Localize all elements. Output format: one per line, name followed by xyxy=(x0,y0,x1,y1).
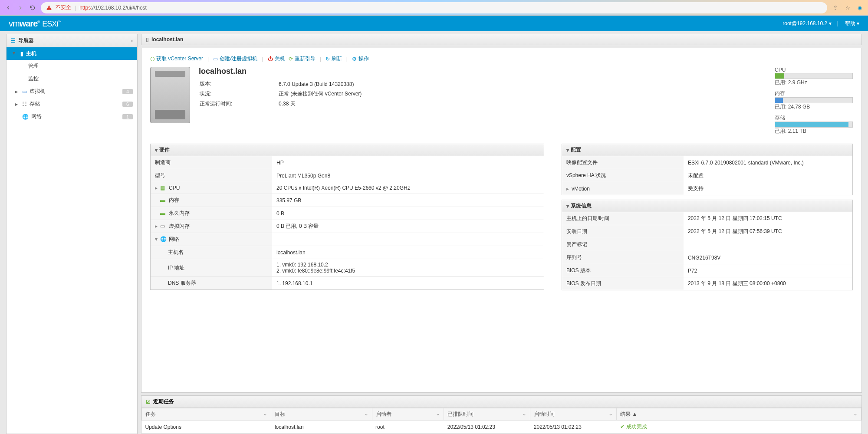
create-vm-icon: ▭ xyxy=(213,56,218,62)
sysinfo-panel: ▾系统信息 主机上的日期/时间2022 年 5 月 12 日 星期四 17:02… xyxy=(562,200,853,290)
insecure-label: 不安全 xyxy=(56,4,71,11)
sidebar-item-monitor[interactable]: 监控 xyxy=(7,72,137,85)
config-panel: ▾配置 映像配置文件ESXi-6.7.0-20190802001-standar… xyxy=(562,144,853,195)
col-target[interactable]: 目标⌄ xyxy=(271,408,372,421)
breadcrumb: ▯ localhost.lan xyxy=(141,34,862,45)
task-row[interactable]: Update Options localhost.lan root 2022/0… xyxy=(142,421,861,434)
action-bar: ⬡获取 vCenter Server | ▭创建/注册虚拟机 | ⏻关机 ⟳重新… xyxy=(150,53,853,67)
col-initiator[interactable]: 启动者⌄ xyxy=(372,408,444,421)
tasks-header-row: 任务⌄ 目标⌄ 启动者⌄ 已排队时间⌄ 启动时间⌄ 结果 ▲⌄ xyxy=(142,408,861,421)
storage-icon: ☷ xyxy=(22,101,27,107)
svg-rect-1 xyxy=(49,9,49,9)
sidebar-item-storage[interactable]: ▸☷存储6 xyxy=(7,98,137,110)
address-bar[interactable]: 不安全 | https://192.168.10.2/ui/#/host xyxy=(41,2,827,13)
refresh-button[interactable]: ↻刷新 xyxy=(326,55,342,62)
host-info: localhost.lan 版本:6.7.0 Update 3 (Build 1… xyxy=(199,67,362,109)
pmem-icon: ▬ xyxy=(160,210,167,216)
svg-rect-0 xyxy=(49,7,49,8)
navigator-icon: ☰ xyxy=(11,38,16,44)
shutdown-icon: ⏻ xyxy=(268,56,273,62)
host-icon: ▯ xyxy=(146,36,149,43)
sidebar-item-vms[interactable]: ▸▭虚拟机4 xyxy=(7,85,137,98)
sidebar: ☰ 导航器 ▫ ▾ ▮主机 管理 监控 ▸▭虚拟机4 ▸☷存储6 🌐网络1 xyxy=(6,34,138,434)
col-started[interactable]: 启动时间⌄ xyxy=(530,408,617,421)
star-icon[interactable]: ☆ xyxy=(844,4,852,12)
host-name: localhost.lan xyxy=(199,67,362,76)
recent-tasks-panel: ☑近期任务 任务⌄ 目标⌄ 启动者⌄ 已排队时间⌄ 启动时间⌄ 结果 ▲⌄ Up… xyxy=(141,395,862,434)
user-menu[interactable]: root@192.168.10.2 ▾ xyxy=(783,20,831,26)
gear-icon: ⚙ xyxy=(352,56,357,62)
cpu-icon: ▦ xyxy=(160,185,167,191)
vm-icon: ▭ xyxy=(22,89,27,95)
vflash-icon: ▭ xyxy=(160,223,167,229)
sidebar-item-network[interactable]: 🌐网络1 xyxy=(7,110,137,123)
create-vm-button[interactable]: ▭创建/注册虚拟机 xyxy=(213,55,257,62)
forward-button[interactable] xyxy=(16,4,24,12)
col-task[interactable]: 任务⌄ xyxy=(142,408,271,421)
sidebar-header: ☰ 导航器 ▫ xyxy=(7,34,137,47)
col-queued[interactable]: 已排队时间⌄ xyxy=(444,408,530,421)
insecure-icon xyxy=(46,4,52,11)
host-icon: ▮ xyxy=(20,51,23,57)
share-icon[interactable]: ⇪ xyxy=(832,4,839,12)
memory-icon: ▬ xyxy=(160,197,167,203)
reload-button[interactable] xyxy=(29,4,36,12)
success-icon: ✔ xyxy=(620,424,625,430)
collapse-icon[interactable]: ▫ xyxy=(131,38,133,44)
reboot-button[interactable]: ⟳重新引导 xyxy=(289,55,316,62)
tasks-icon: ☑ xyxy=(146,399,151,405)
network-icon: 🌐 xyxy=(22,114,29,120)
sidebar-item-host[interactable]: ▮主机 xyxy=(7,47,137,60)
browser-chrome: 不安全 | https://192.168.10.2/ui/#/host ⇪ ☆… xyxy=(0,0,868,16)
resource-stats: CPU 已用: 2.9 GHz 内存 已用: 24.78 GB 存储 已用: 2… xyxy=(775,67,853,135)
shutdown-button[interactable]: ⏻关机 xyxy=(268,55,285,62)
help-menu[interactable]: 帮助 ▾ xyxy=(845,20,859,27)
extension-icon[interactable]: ◉ xyxy=(856,4,864,12)
refresh-icon: ↻ xyxy=(326,56,330,62)
back-button[interactable] xyxy=(4,4,12,12)
reboot-icon: ⟳ xyxy=(289,56,293,62)
col-result[interactable]: 结果 ▲⌄ xyxy=(617,408,861,421)
host-icon xyxy=(150,67,190,123)
network-icon: 🌐 xyxy=(160,236,167,242)
get-vcenter-button[interactable]: ⬡获取 vCenter Server xyxy=(150,55,203,62)
hardware-panel: ▾硬件 制造商HP 型号ProLiant ML350p Gen8 ▸▦CPU20… xyxy=(150,144,544,290)
vcenter-icon: ⬡ xyxy=(150,56,155,62)
actions-menu[interactable]: ⚙操作 xyxy=(352,55,369,62)
sidebar-item-manage[interactable]: 管理 xyxy=(7,60,137,72)
app-header: vmware®ESXi™ root@192.168.10.2 ▾ | 帮助 ▾ xyxy=(0,16,868,31)
vmware-logo: vmware®ESXi™ xyxy=(9,19,61,29)
